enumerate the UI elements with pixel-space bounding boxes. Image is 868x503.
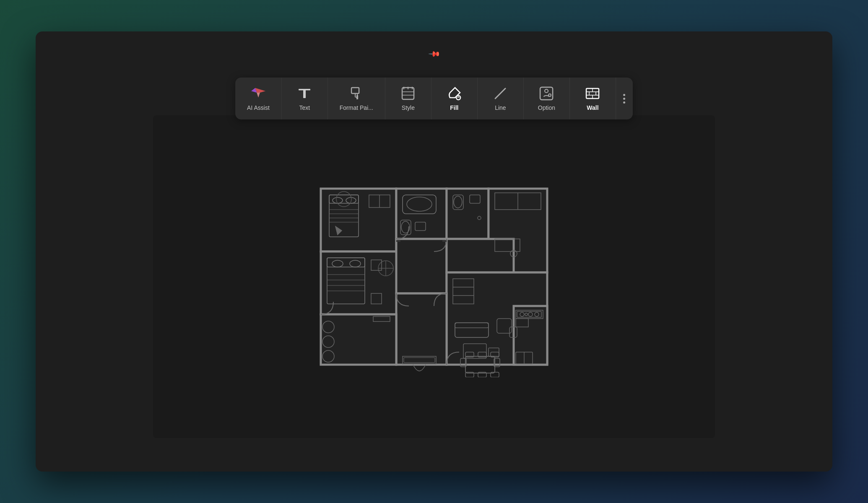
more-dot-2: [623, 98, 625, 100]
toolbar-item-fill[interactable]: Fill: [431, 78, 478, 119]
svg-rect-3: [356, 95, 358, 99]
svg-point-12: [549, 94, 551, 96]
more-dot-3: [623, 101, 625, 104]
svg-rect-2: [351, 88, 359, 93]
option-label: Option: [538, 104, 555, 111]
svg-rect-27: [447, 239, 514, 272]
svg-point-7: [456, 96, 460, 100]
toolbar-item-option[interactable]: Option: [524, 78, 570, 119]
floorplan: [153, 115, 715, 438]
ai-assist-label: AI Assist: [247, 104, 270, 111]
text-icon: [297, 86, 312, 101]
text-label: Text: [299, 104, 310, 111]
app-window: AI Assist Text: [36, 31, 832, 472]
format-painter-label: Format Pai...: [340, 104, 373, 111]
toolbar-item-wall[interactable]: Wall: [570, 78, 616, 119]
toolbar-item-line[interactable]: Line: [478, 78, 524, 119]
toolbar-item-text[interactable]: Text: [282, 78, 328, 119]
wall-label: Wall: [587, 104, 598, 111]
svg-rect-30: [321, 314, 396, 365]
svg-rect-4: [402, 88, 414, 99]
svg-rect-29: [396, 293, 447, 365]
toolbar: AI Assist Text: [235, 78, 633, 119]
pin-icon[interactable]: 📌: [428, 47, 441, 60]
toolbar-item-style[interactable]: Style: [385, 78, 431, 119]
more-dot-1: [623, 94, 625, 96]
line-icon: [493, 86, 508, 101]
wall-icon: [585, 86, 600, 101]
svg-line-8: [495, 88, 505, 99]
fill-label: Fill: [450, 104, 458, 111]
svg-rect-26: [396, 239, 447, 293]
svg-point-10: [545, 89, 548, 93]
option-icon: [539, 86, 554, 101]
toolbar-item-ai-assist[interactable]: AI Assist: [235, 78, 282, 119]
toolbar-item-format-painter[interactable]: Format Pai...: [328, 78, 385, 119]
line-label: Line: [495, 104, 506, 111]
toolbar-more-button[interactable]: [616, 78, 633, 119]
style-icon: [400, 86, 416, 101]
fill-icon: [447, 86, 462, 101]
format-painter-icon: [349, 86, 364, 101]
canvas-area[interactable]: [153, 115, 715, 438]
ai-assist-icon: [251, 86, 266, 101]
style-label: Style: [402, 104, 415, 111]
svg-rect-31: [514, 306, 547, 365]
svg-rect-1: [303, 89, 306, 98]
